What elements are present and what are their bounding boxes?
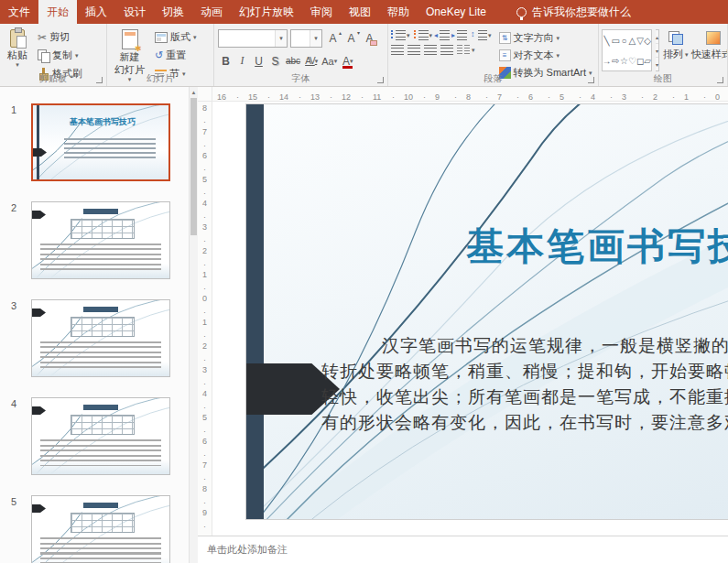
underline-button[interactable]: U [251,52,266,70]
shape-icon[interactable]: ○ [621,36,626,46]
shape-icon[interactable]: ▱ [644,56,651,66]
slide-editor: 161514131211109876543210 876543210123456… [198,87,728,563]
character-spacing-button[interactable]: AV▾ [303,52,319,70]
change-case-button[interactable]: Aa▾ [320,52,339,70]
bold-button[interactable]: B [218,52,234,70]
thumbnail-body-text [40,341,161,369]
numbering-button[interactable]: ▾ [414,30,433,40]
tab-help[interactable]: 帮助 [379,0,418,24]
scrollbar-thumb[interactable] [190,98,197,235]
slide-body-text[interactable]: 汉字笔画书写的运笔规律，一般是横竖撇的起笔较重转折处要略顿笔，稍重、稍慢；提和钩… [321,333,728,436]
ruler-mark: 7 [198,459,212,482]
shape-icon[interactable]: ☆ [620,56,628,66]
shape-icon[interactable]: △ [629,36,636,46]
align-left-button[interactable] [391,45,404,55]
shape-icon[interactable]: ▭ [612,36,620,46]
shape-icon[interactable]: ⇨ [612,56,619,66]
font-color-button[interactable]: A▾ [340,52,355,70]
font-size-combo[interactable]: ▾ [290,29,322,48]
copy-button[interactable]: 复制 ▾ [35,48,85,63]
tab-view[interactable]: 视图 [341,0,379,24]
text-shadow-button[interactable]: S [267,52,283,70]
slide-title[interactable]: 基本笔画书写技巧 [466,222,728,272]
align-right-button[interactable] [424,45,437,55]
decrease-font-size-button[interactable]: A [343,30,359,48]
reset-button[interactable]: 重置 [152,48,200,63]
layout-button[interactable]: 版式 ▾ [152,29,200,45]
shape-icon[interactable]: ◇ [644,36,651,46]
font-group-label: 字体 [214,72,387,85]
paragraph-dialog-launcher[interactable] [588,77,594,83]
shapes-gallery-scroll[interactable]: ▴ ▾ ▾ [656,29,659,71]
thumbnail-table [71,219,135,239]
tell-me-box[interactable]: 告诉我你想要做什么 [507,0,640,24]
tab-transitions[interactable]: 切换 [154,0,192,24]
font-name-dropdown-arrow[interactable]: ▾ [275,30,287,47]
align-center-button[interactable] [407,45,420,55]
tab-slideshow[interactable]: 幻灯片放映 [231,0,302,24]
cut-button[interactable]: 剪切 [35,29,85,45]
ruler-mark: 7 [493,90,524,102]
line-spacing-button[interactable]: ▾ [471,30,492,40]
current-slide[interactable]: 基本笔画书写技巧 汉字笔画书写的运笔规律，一般是横竖撇的起笔较重转折处要略顿笔，… [245,103,728,520]
shapes-gallery[interactable]: ╲▭○△▽◇→⇨☆♡◻▱ [602,29,652,71]
notes-pane[interactable]: 单击此处添加备注 [198,536,728,563]
font-dialog-launcher[interactable] [377,77,384,83]
slide-thumbnail-1[interactable]: 1基本笔画书写技巧 [0,103,189,181]
thumbnail-slide-title: 基本笔画书写技巧 [40,116,165,128]
slide-thumbnail-2[interactable]: 2 [0,201,189,279]
tab-design[interactable]: 设计 [115,0,154,24]
italic-button[interactable]: I [234,52,250,70]
font-name-combo[interactable]: ▾ [218,29,288,48]
tab-home[interactable]: 开始 [38,0,77,24]
text-direction-button[interactable]: 文字方向 ▾ [496,30,595,46]
ribbon: 粘贴 ▾ 剪切 复制 ▾ 格式刷 [0,24,728,87]
shapes-scroll-down-arrow[interactable]: ▾ [656,44,658,58]
ruler-mark: 13 [306,90,337,102]
tab-animations[interactable]: 动画 [192,0,231,24]
text-direction-label: 文字方向 [514,31,554,45]
thumbnail-scrollbar[interactable]: ▲ [189,87,198,563]
align-center-icon [407,45,420,55]
bold-glyph: B [222,55,230,68]
bullets-button[interactable]: ▾ [391,30,410,40]
justify-button[interactable] [440,45,453,55]
arrange-button[interactable]: 排列▾ [663,27,689,61]
tab-insert[interactable]: 插入 [77,0,115,24]
clipboard-dialog-launcher[interactable] [96,77,103,83]
thumbnail-title-text [83,503,118,508]
decrease-indent-button[interactable] [436,30,450,40]
shape-icon[interactable]: → [603,56,612,66]
tab-onekey-lite[interactable]: OneKey Lite [418,0,494,24]
scrollbar-up-arrow[interactable]: ▲ [190,87,198,98]
slide-thumbnail-4[interactable]: 4 [0,397,189,475]
increase-indent-button[interactable] [453,30,467,40]
quick-styles-button[interactable]: 快速样式▾ [691,27,728,61]
shape-icon[interactable]: ╲ [604,36,610,46]
thumbnail-table [71,317,135,337]
strikethrough-button[interactable]: abc [284,52,302,70]
align-text-button[interactable]: 对齐文本 ▾ [496,48,595,63]
ruler-mark: 2 [198,340,212,363]
ruler-mark: 1 [679,90,711,102]
font-size-dropdown-arrow[interactable]: ▾ [310,30,321,47]
slide-thumbnail-3[interactable]: 3 [0,299,189,377]
columns-button[interactable]: ▾ [457,45,475,55]
shape-icon[interactable]: ◻ [636,56,644,66]
paste-button[interactable]: 粘贴 ▾ [3,27,32,68]
tab-file[interactable]: 文件 [0,0,38,24]
tab-review[interactable]: 审阅 [302,0,341,24]
increase-font-size-button[interactable]: A [325,30,341,48]
shape-icon[interactable]: ▽ [636,36,644,46]
ruler-mark: 16 [212,90,244,102]
slides-group-label: 幻灯片 [107,72,213,85]
thumbnail-text-lines [64,138,156,160]
layout-label: 版式 [170,30,190,44]
clear-formatting-button[interactable]: A [362,30,377,48]
slide-thumbnail-5[interactable]: 5 [0,495,189,563]
shapes-scroll-up-arrow[interactable]: ▴ [656,30,658,44]
drawing-dialog-launcher[interactable] [717,77,723,83]
slide-number: 1 [0,103,31,181]
shape-icon[interactable]: ♡ [628,56,636,66]
shapes-gallery-more-arrow[interactable]: ▾ [656,58,658,70]
